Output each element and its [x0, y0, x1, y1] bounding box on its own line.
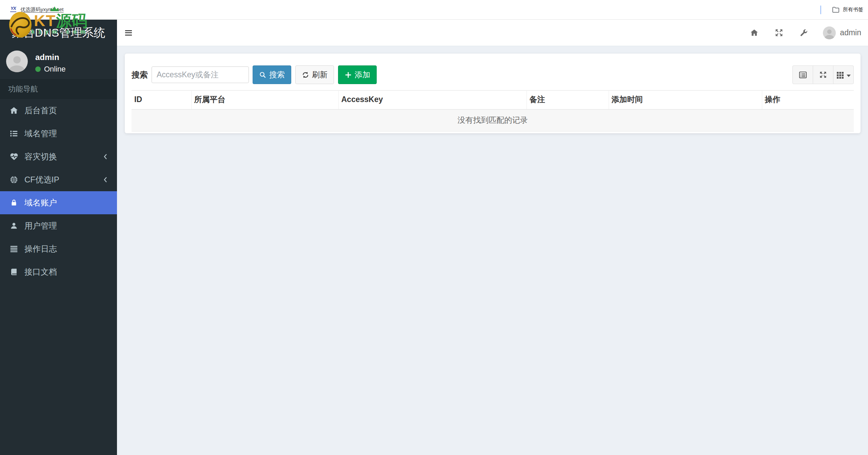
book-icon [9, 267, 19, 277]
bookmark-item[interactable]: YX 优选源码yxymk.net [9, 6, 64, 14]
all-bookmarks-button[interactable]: 所有书签 [830, 5, 865, 15]
screen: YX 优选源码yxymk.net 所有书签 [0, 0, 868, 455]
sidebar-item-user-manage[interactable]: 用户管理 [0, 214, 117, 237]
app-title: 聚合DNS管理系统 [12, 25, 105, 41]
user-avatar [6, 51, 28, 72]
user-icon [9, 221, 19, 231]
empty-state-row: 没有找到匹配的记录 [132, 110, 854, 132]
column-header-id: ID [132, 91, 191, 110]
table-view-controls [792, 65, 854, 84]
navbar-user-avatar [823, 26, 836, 39]
home-button[interactable] [742, 20, 767, 46]
table-fullscreen-button[interactable] [813, 65, 833, 84]
list-icon [9, 244, 19, 254]
columns-dropdown-button[interactable] [833, 65, 854, 84]
brand-header: 聚合DNS管理系统 [0, 20, 117, 46]
table-header-row: ID 所属平台 AccessKey 备注 添加时间 操作 [132, 91, 854, 110]
sidebar-section-header: 功能导航 [0, 79, 117, 99]
toggle-pagination-button[interactable] [792, 65, 813, 84]
sidebar-toggle-button[interactable] [125, 29, 133, 37]
sidebar-item-dashboard[interactable]: 后台首页 [0, 99, 117, 122]
caret-down-icon [846, 70, 851, 79]
search-input[interactable] [152, 66, 249, 83]
folder-icon [832, 6, 840, 13]
user-name: admin [35, 53, 59, 62]
sidebar-item-domain-accounts[interactable]: 域名账户 [0, 191, 117, 214]
bookmarks-bar-right: 所有书签 [820, 5, 868, 15]
expand-arrows-icon [819, 71, 827, 79]
add-button[interactable]: 添加 [338, 65, 377, 84]
plus-icon [344, 71, 352, 79]
heartbeat-icon [9, 152, 19, 161]
lock-icon [9, 198, 19, 207]
sidebar-item-api-docs[interactable]: 接口文档 [0, 260, 117, 283]
search-button[interactable]: 搜索 [253, 65, 291, 84]
globe-icon [9, 175, 19, 184]
column-header-accesskey: AccessKey [338, 91, 527, 110]
column-header-add-time: 添加时间 [609, 91, 762, 110]
search-icon [259, 71, 267, 79]
bookmarks-separator [820, 5, 821, 14]
chevron-left-icon [102, 153, 109, 160]
home-icon [750, 28, 758, 37]
list-alt-icon [798, 71, 807, 79]
user-status: Online [35, 65, 66, 74]
settings-button[interactable] [791, 20, 816, 46]
expand-arrows-icon [775, 28, 783, 37]
sidebar-item-domain-manage[interactable]: 域名管理 [0, 122, 117, 145]
column-header-remark: 备注 [527, 91, 609, 110]
user-menu[interactable]: admin [816, 26, 861, 39]
refresh-button[interactable]: 刷新 [295, 65, 334, 84]
accounts-card: 搜索 搜索 刷新 [125, 54, 861, 133]
grid-columns-icon [836, 71, 844, 79]
sidebar-item-cf-ip[interactable]: CF优选IP [0, 168, 117, 191]
sidebar-item-failover[interactable]: 容灾切换 [0, 145, 117, 168]
navbar-right: admin [742, 20, 868, 46]
content-area: 搜索 搜索 刷新 [117, 46, 868, 455]
column-header-actions: 操作 [762, 91, 854, 110]
column-header-platform: 所属平台 [191, 91, 338, 110]
empty-state-message: 没有找到匹配的记录 [132, 110, 854, 132]
online-status-icon [35, 66, 41, 72]
all-bookmarks-label: 所有书签 [843, 6, 863, 13]
list-ul-icon [9, 129, 19, 138]
accounts-table: ID 所属平台 AccessKey 备注 添加时间 操作 没有找到匹配的记录 [132, 90, 854, 132]
chevron-left-icon [102, 176, 109, 183]
refresh-icon [302, 71, 309, 79]
sidebar-user-panel: admin Online [0, 46, 117, 79]
sidebar: 聚合DNS管理系统 admin Online 功能导航 后台首页 [0, 20, 117, 455]
table-toolbar: 搜索 搜索 刷新 [132, 65, 854, 84]
site-favicon: YX [9, 6, 17, 14]
fullscreen-button[interactable] [767, 20, 791, 46]
online-status-label: Online [44, 65, 66, 74]
bookmark-label: 优选源码yxymk.net [20, 6, 64, 13]
top-navbar: admin [117, 20, 868, 46]
home-icon [9, 106, 19, 115]
navbar-user-name: admin [840, 28, 861, 37]
sidebar-item-operation-log[interactable]: 操作日志 [0, 237, 117, 260]
wrench-icon [800, 28, 808, 37]
browser-bookmarks-bar: YX 优选源码yxymk.net 所有书签 [0, 0, 868, 20]
search-label: 搜索 [132, 70, 148, 80]
